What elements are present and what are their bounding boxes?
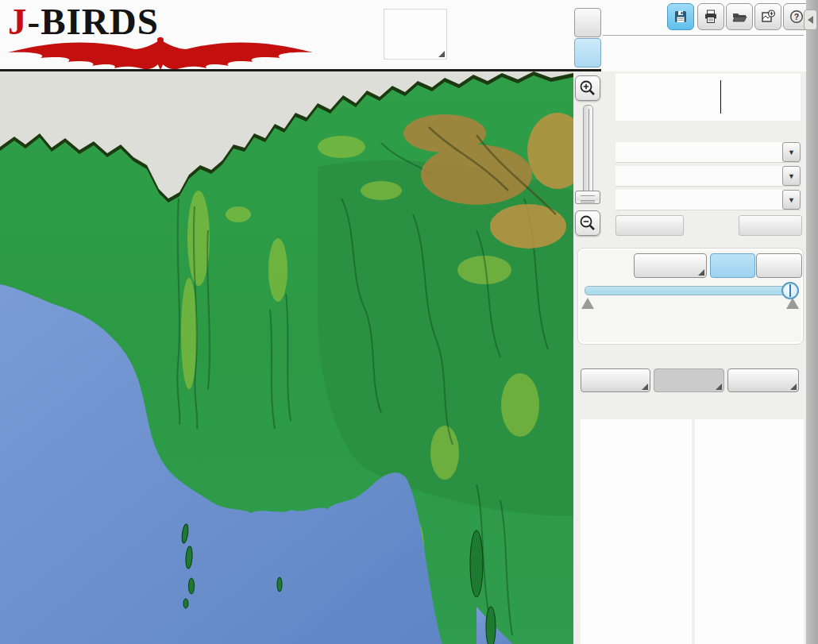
dropdown-category-arrow[interactable]: ▼ [782,142,801,162]
open-folder-icon [732,10,747,24]
zoom-out-button[interactable] [575,210,600,236]
add-image-button[interactable] [754,3,781,30]
zoom-in-button[interactable] [575,75,600,101]
zoom-slider-groove [588,109,589,193]
selection-display[interactable] [615,74,801,121]
transport-controls [581,314,803,341]
replay-slider-handle[interactable] [781,282,799,299]
map-canvas [0,71,573,644]
mmt-button[interactable] [574,38,601,67]
right-panel: ▼ ▼ ▼ [573,71,806,644]
select-button[interactable] [739,215,802,236]
manual-button[interactable] [756,253,802,278]
overlay-panel [695,419,804,644]
slider-end-marker[interactable] [786,298,799,309]
dropdown-category[interactable]: ▼ [615,142,801,163]
previous-button[interactable] [615,215,684,236]
edge-strip [806,0,818,644]
save-button[interactable] [667,3,694,30]
replay-slider[interactable] [585,286,799,295]
save-icon [673,10,688,24]
print-button[interactable] [697,3,724,30]
slider-start-marker[interactable] [581,298,594,309]
legend-panel [581,419,692,644]
x-section-button[interactable] [654,368,724,392]
panel-divider [603,35,804,36]
eagle-logo-icon [6,35,314,70]
jbirds-app: J-BIRDS [0,0,818,644]
warning-button[interactable] [384,9,447,60]
collapse-panel-tab[interactable] [804,10,817,30]
panel-top: ? [601,0,806,71]
radar-map[interactable] [0,71,573,644]
print-icon [704,10,718,24]
zoom-slider[interactable] [583,105,593,197]
zoom-slider-handle[interactable] [575,191,600,204]
dropdown-option[interactable]: ▼ [615,190,801,210]
dropdown-option-arrow[interactable]: ▼ [782,190,801,210]
collapse-arrow-icon [808,16,813,24]
bookmark-button[interactable] [634,253,707,278]
utc-button[interactable] [574,8,601,37]
zoom-in-icon [579,79,596,97]
open-folder-button[interactable] [726,3,753,30]
dropdown-product[interactable]: ▼ [615,166,801,187]
auto-button[interactable] [710,253,755,278]
help-icon: ? [789,10,804,24]
track-button[interactable] [727,368,799,392]
replay-panel [577,248,804,345]
svg-text:?: ? [794,12,799,21]
dropdown-product-arrow[interactable]: ▼ [782,166,801,186]
text-cursor [720,80,721,114]
location-button[interactable] [581,368,650,392]
add-image-icon [761,10,776,24]
zoom-out-icon [579,214,596,232]
